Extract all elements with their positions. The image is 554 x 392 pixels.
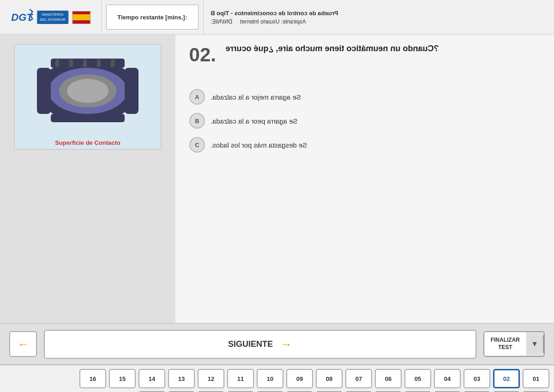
grid-btn-08[interactable]: 08 [316, 369, 343, 388]
grid-btn-07[interactable]: 07 [345, 369, 372, 388]
logo-area: DGT MINISTERIO DEL INTERIOR [0, 0, 102, 34]
question-grid: 01020304050607080910111213141516 1718192… [0, 364, 554, 392]
answer-c-circle[interactable]: C [189, 137, 205, 153]
dgt-icon: DGT [11, 7, 34, 28]
timer-box: Tiempo restante [mins.]: [106, 5, 199, 30]
next-arrow-button[interactable]: → [9, 331, 37, 357]
bottom-nav: ▼ FINALIZAR TEST ← SIGUIENTE → [0, 323, 554, 364]
tire-caption: Superficie de Contacto [15, 137, 161, 149]
image-panel: Superficie de Contacto [0, 35, 175, 323]
next-arrow-icon: → [17, 337, 29, 351]
grid-btn-15[interactable]: 15 [109, 369, 136, 388]
answers-area: Se agarra mejor a la calzada. A Se agarr… [189, 89, 540, 153]
svg-rect-11 [83, 59, 87, 67]
grid-btn-12[interactable]: 12 [198, 369, 224, 388]
grid-btn-04[interactable]: 04 [434, 369, 461, 388]
svg-rect-6 [37, 68, 51, 114]
dni-label: DNI/NIE: [211, 18, 232, 25]
svg-rect-7 [125, 68, 138, 114]
user-label: Aspirante: Usuario Internet [240, 18, 306, 25]
finalize-button[interactable]: ▼ FINALIZAR TEST [483, 331, 545, 356]
top-bar-info: Prueba de control de conocimientos - Tip… [203, 0, 554, 34]
grid-btn-09[interactable]: 09 [286, 369, 313, 388]
grid-btn-14[interactable]: 14 [138, 369, 165, 388]
spain-flag [72, 11, 90, 24]
grid-btn-01[interactable]: 01 [523, 369, 549, 388]
svg-text:DGT: DGT [12, 12, 34, 23]
grid-btn-13[interactable]: 13 [168, 369, 195, 388]
question-number: 02. [189, 44, 216, 66]
tire-svg [28, 54, 148, 128]
question-panel: Cuando un neumático tiene mucho aire, ¿q… [175, 35, 554, 323]
siguiente-label: SIGUIENTE [228, 339, 273, 349]
grid-btn-06[interactable]: 06 [375, 369, 402, 388]
svg-rect-8 [51, 114, 125, 122]
svg-rect-9 [55, 59, 59, 67]
ministerio-label: MINISTERIO DEL INTERIOR [37, 11, 69, 24]
tire-image: Superficie de Contacto [14, 44, 162, 150]
answer-c[interactable]: Se desgasta más por los lados. C [189, 137, 307, 153]
main-content: Cuando un neumático tiene mucho aire, ¿q… [0, 35, 554, 323]
dgt-logo: DGT MINISTERIO DEL INTERIOR [11, 7, 91, 28]
grid-btn-10[interactable]: 10 [257, 369, 283, 388]
grid-btn-11[interactable]: 11 [227, 369, 254, 388]
siguiente-button[interactable]: ← SIGUIENTE [44, 330, 476, 359]
tire-diagram [15, 45, 161, 137]
top-bar: Prueba de control de conocimientos - Tip… [0, 0, 554, 35]
answer-c-text: Se desgasta más por los lados. [211, 141, 307, 149]
grid-btn-16[interactable]: 16 [79, 369, 106, 388]
svg-rect-13 [111, 59, 114, 67]
user-info: Aspirante: Usuario Internet DNI/NIE: [211, 18, 547, 25]
answer-b-circle[interactable]: B [189, 113, 205, 129]
question-text: Cuando un neumático tiene mucho aire, ¿q… [225, 44, 439, 53]
finalize-label[interactable]: FINALIZAR TEST [484, 332, 526, 356]
timer-label: Tiempo restante [mins.]: [118, 14, 187, 21]
svg-point-4 [67, 79, 108, 103]
grid-btn-03[interactable]: 03 [464, 369, 490, 388]
grid-btn-05[interactable]: 05 [404, 369, 431, 388]
svg-rect-10 [69, 59, 73, 67]
answer-a-circle[interactable]: A [189, 89, 205, 105]
answer-b[interactable]: Se agarra peor a la calzada. B [189, 113, 297, 129]
svg-rect-12 [97, 59, 101, 67]
finalize-dropdown-icon[interactable]: ▼ [526, 335, 544, 353]
answer-a-text: Se agarra mejor a la calzada. [211, 93, 301, 101]
question-header: Cuando un neumático tiene mucho aire, ¿q… [189, 44, 540, 66]
grid-btn-02[interactable]: 02 [493, 369, 520, 388]
siguiente-left-arrow-icon: ← [280, 337, 292, 351]
answer-b-text: Se agarra peor a la calzada. [211, 117, 297, 125]
grid-row-1: 01020304050607080910111213141516 [5, 369, 549, 388]
answer-a[interactable]: Se agarra mejor a la calzada. A [189, 89, 301, 105]
exam-title: Prueba de control de conocimientos - Tip… [211, 10, 547, 17]
